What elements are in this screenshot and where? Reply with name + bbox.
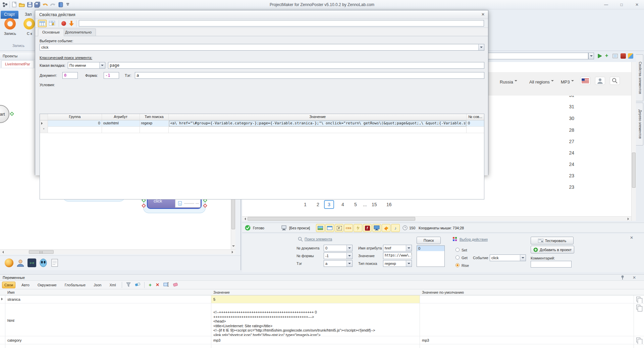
toggle-flash-button[interactable]: f [363,224,372,232]
close-dialog-icon[interactable]: ✕ [481,12,485,17]
toggle-frames-button[interactable]: F [335,224,343,232]
col-attribute[interactable]: Атрибут [102,114,140,120]
rename-variable-icon[interactable] [163,282,169,287]
proxy-status[interactable]: [Без прокси] [289,226,310,230]
document-input[interactable]: 0 [62,72,78,79]
dialog-quick-input[interactable] [79,20,484,26]
toggle-sound-alert-button[interactable] [382,224,390,232]
add-variable-icon[interactable]: + [149,282,152,288]
radio-get[interactable] [455,255,460,259]
maximize-button[interactable]: □ [616,1,627,8]
col-search-type[interactable]: Тип поиска [140,114,169,120]
palette-tool-icon[interactable] [628,53,633,59]
vars-tab-own[interactable]: Свои [2,282,15,288]
account-button[interactable] [595,77,605,85]
page-link[interactable]: 4 [341,202,344,207]
site-search-button[interactable] [610,77,620,85]
side-tab-element-tree[interactable]: Дерево элементов [636,103,643,146]
close-window-button[interactable]: ✕ [631,1,643,8]
variable-row[interactable]: category mp3 mp3 [0,336,644,344]
toggle-images-button[interactable] [316,224,325,232]
col-group[interactable]: Группа [48,114,102,120]
result-item[interactable]: 0 [417,246,444,251]
form-input[interactable]: -1 [104,72,119,79]
vars-tab-global[interactable]: Глобальные [63,282,88,288]
eraser-blue-icon[interactable] [135,283,140,287]
variable-default[interactable] [420,296,631,298]
variable-value[interactable]: 5 [211,296,418,302]
which-tab-combo[interactable]: По имени [68,62,105,69]
toggle-js-button[interactable] [354,224,362,232]
element-search-link[interactable]: Поиск элемента [305,237,332,241]
vars-tab-json[interactable]: Json [92,282,103,288]
browser-vscrollbar[interactable] [631,62,636,221]
comment-input[interactable] [531,261,572,268]
tab-main[interactable]: Основные [38,28,64,36]
close-panel-icon[interactable]: ✕ [630,235,633,240]
variable-row[interactable]: stranica 5 [0,295,644,303]
zenno-ball-icon[interactable] [5,258,13,267]
browser-hscrollbar[interactable] [242,216,631,221]
table-settings-icon[interactable] [48,20,57,27]
variable-name[interactable]: html [5,317,210,324]
project-tab[interactable]: LiveInternetPar [1,60,34,68]
new-condition-row[interactable]: * [40,127,484,133]
side-tab-element-properties[interactable]: Свойства элементов [636,54,643,101]
condition-group[interactable]: 0 [48,120,102,127]
flag-button[interactable] [580,77,590,85]
page-link[interactable]: 2 [317,202,319,207]
tab-additional[interactable]: Дополнительно [61,28,96,36]
record-button-label[interactable]: Запись [0,32,20,36]
page-link[interactable]: 16 [386,202,392,207]
format-filter[interactable]: MP3 [561,79,574,84]
test-button[interactable]: Тестировать [531,237,574,244]
pin-icon[interactable] [621,275,625,281]
condition-value[interactable]: <a\ href="\#group={-Variable.category-};… [169,120,467,127]
attr-name-combo[interactable]: href [383,245,412,251]
vars-tab-environment[interactable]: Окружение [36,282,59,288]
toggle-browser-button[interactable] [325,224,334,232]
search-button[interactable]: Поиск [417,237,441,244]
event-select-combo[interactable]: click [40,44,484,51]
event-combo[interactable]: click [490,254,526,261]
variable-default[interactable] [420,304,631,306]
toggle-audio-button[interactable]: ♪ [391,224,400,232]
notes-tool-icon[interactable] [50,258,59,268]
condition-row[interactable]: 0 outerhtml regexp <a\ href="\#group={-V… [40,120,484,127]
filter-icon[interactable] [126,282,131,288]
current-page[interactable]: 3 [324,200,334,209]
alien-tool-icon[interactable] [39,258,48,268]
url-dropdown-button[interactable] [588,53,594,59]
col-name[interactable]: Имя [5,289,16,295]
tag-input[interactable]: a [135,72,484,79]
variable-name[interactable]: category [5,337,210,343]
copy-icon[interactable] [636,305,640,309]
canvas-hscrollbar[interactable] [0,249,235,254]
vars-tab-xml[interactable]: Xml [107,282,118,288]
calculator-tool-icon[interactable]: 1+2 [28,258,36,267]
record-button-icon[interactable] [4,18,16,30]
record-tool-icon[interactable] [621,53,626,59]
record2-button-icon[interactable] [23,18,35,30]
add-icon[interactable]: + [605,53,608,59]
copy-icon[interactable] [636,297,640,301]
ribbon-tab-record[interactable]: Зап [21,11,35,19]
action-choice-link[interactable]: Выбор действия [460,237,488,241]
toggle-monitor-button[interactable] [372,224,381,232]
radio-rise[interactable] [455,263,460,267]
doc-number-combo[interactable]: 0 [324,245,353,251]
search-type-combo[interactable]: regexp [383,260,412,267]
search-results-list[interactable]: 0 [417,245,445,267]
ribbon-tab-start[interactable]: Старт [1,11,18,19]
page-link[interactable]: 15 [372,202,377,207]
col-default[interactable]: Значение по-умолчанию [420,289,466,295]
eraser-pink-icon[interactable] [173,283,178,287]
vars-tab-auto[interactable]: Авто [19,282,32,288]
table-view-icon[interactable] [38,20,47,27]
value-input[interactable]: https://www\.liv [383,252,412,259]
form-number-combo[interactable]: -1 [324,252,353,259]
dialog-titlebar[interactable]: Свойства действия ✕ [35,10,488,19]
copy-icon[interactable] [636,338,640,342]
variable-row[interactable]: html <!--+++++++++++++++++++++++++++++++… [0,303,644,336]
record-icon[interactable] [61,21,66,26]
